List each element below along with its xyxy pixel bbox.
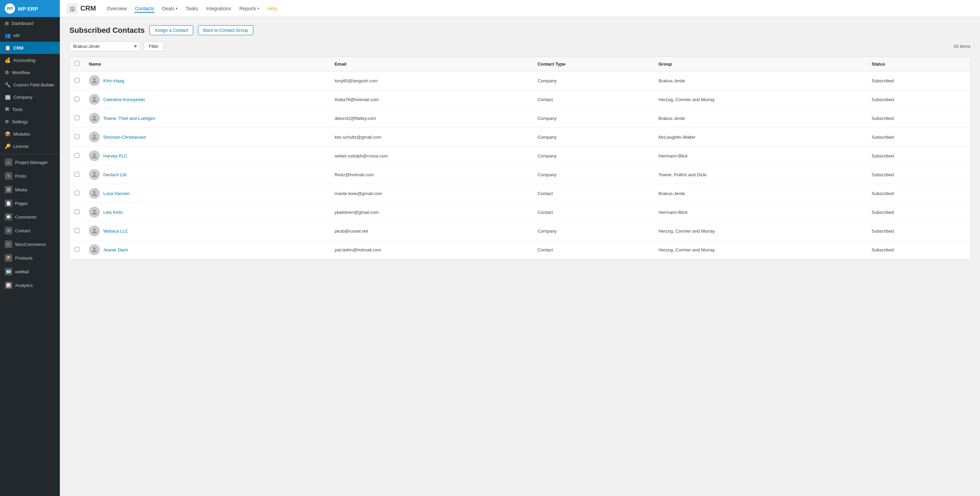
topbar: 🏢 CRM OverviewContactsDeals ▾TasksIntegr… [60, 0, 980, 17]
topnav-integrations[interactable]: Integrations [205, 5, 232, 13]
sidebar-plugin-label: Products [15, 255, 32, 261]
select-all-checkbox[interactable] [75, 61, 80, 66]
row-checkbox-cell [70, 222, 84, 241]
svg-point-4 [93, 154, 95, 156]
sidebar-item-label: HR [13, 33, 20, 38]
project-manager-icon: ◇ [5, 158, 12, 166]
sidebar-plugin-woocommerce[interactable]: 🛒WooCommerce [0, 238, 60, 251]
sidebar-plugin-nav: ◇Project Manager✎Posts🖼Media📄Pages💬Comme… [0, 155, 60, 292]
sidebar-plugin-posts[interactable]: ✎Posts [0, 169, 60, 183]
svg-point-7 [93, 210, 95, 212]
sidebar-plugin-analytics[interactable]: 📊Analytics [0, 278, 60, 292]
svg-point-8 [93, 228, 95, 231]
sidebar-item-label: Tools [12, 107, 22, 112]
contact-name-link[interactable]: Watsica LLC [103, 228, 128, 234]
hr-icon: 👥 [5, 33, 11, 38]
contact-name-link[interactable]: Lela Kirlin [103, 210, 123, 215]
sidebar-item-license[interactable]: 🔑License [0, 140, 60, 152]
crm-icon: 📋 [5, 45, 11, 51]
filter-button[interactable]: Filter [144, 41, 164, 51]
contact-name-link[interactable]: Stroman-Christiansen [103, 135, 146, 140]
sidebar-item-crm[interactable]: 📋CRM [0, 42, 60, 54]
sidebar-plugin-pages[interactable]: 📄Pages [0, 196, 60, 210]
license-icon: 🔑 [5, 143, 11, 149]
row-contact-type: Contact [533, 203, 654, 222]
sidebar-item-accounting[interactable]: 💰Accounting [0, 54, 60, 66]
contact-name-link[interactable]: Celestine Konopelski [103, 97, 145, 102]
row-checkbox[interactable] [75, 172, 80, 177]
sidebar: WP WP ERP ⊞Dashboard👥HR📋CRM💰Accounting⚙W… [0, 0, 60, 496]
row-checkbox[interactable] [75, 191, 80, 195]
row-checkbox-cell [70, 90, 84, 109]
table-row: Jeanie Dach pat.larkin@hotmail.com Conta… [70, 241, 970, 259]
contact-name-link[interactable]: Gerlach Ltd [103, 172, 126, 177]
assign-contact-button[interactable]: Assign a Contact [150, 25, 193, 35]
back-to-group-button[interactable]: Back to Contact Group [198, 25, 253, 35]
table-row: Kihn-Haag tony85@langosh.com Company Bra… [70, 71, 970, 90]
contact-avatar [89, 75, 100, 86]
row-status: Subscribed [867, 241, 970, 259]
sidebar-item-custom-field-builder[interactable]: 🔧Custom Field Builder [0, 79, 60, 91]
dropdown-arrow: ▾ [258, 6, 259, 10]
sidebar-item-modules[interactable]: 📦Modules [0, 128, 60, 140]
row-group: McLaughlin-Walter [654, 128, 867, 147]
table-row: Luna Hansen mante.lexie@gmail.com Contac… [70, 184, 970, 203]
sidebar-plugin-comments[interactable]: 💬Comments [0, 210, 60, 224]
row-checkbox[interactable] [75, 247, 80, 252]
row-contact-type: Company [533, 147, 654, 165]
content-area: Subscribed Contacts Assign a Contact Bac… [60, 17, 980, 496]
topnav-overview[interactable]: Overview [107, 5, 127, 13]
modules-icon: 📦 [5, 131, 11, 137]
svg-point-2 [93, 116, 95, 118]
row-checkbox[interactable] [75, 153, 80, 158]
row-name-cell: Luna Hansen [84, 184, 330, 203]
sidebar-plugin-label: Pages [15, 201, 28, 206]
contact-name-link[interactable]: Jeanie Dach [103, 247, 128, 252]
contact-name-link[interactable]: Towne, Thiel and Luettgen [103, 116, 155, 121]
sidebar-item-company[interactable]: 🏢Company [0, 91, 60, 103]
sidebar-item-tools[interactable]: 🛠Tools [0, 103, 60, 116]
row-checkbox[interactable] [75, 209, 80, 214]
table-row: Towne, Thiel and Luettgen deion42@flatle… [70, 109, 970, 128]
th-contact-type: Contact Type [533, 57, 654, 71]
sidebar-plugin-products[interactable]: 📦Products [0, 251, 60, 265]
group-filter-select[interactable]: Brakus-Jerde Herzog, Cormier and Murray … [69, 41, 140, 51]
sidebar-item-workflow[interactable]: ⚙Workflow [0, 66, 60, 79]
row-email: deion42@flatley.com [330, 109, 533, 128]
sidebar-plugin-contact[interactable]: ✉Contact [0, 224, 60, 238]
sidebar-plugin-wemail[interactable]: 📧weMail [0, 265, 60, 278]
topnav-deals[interactable]: Deals ▾ [161, 5, 178, 13]
contact-name-link[interactable]: Harvey PLC [103, 154, 127, 158]
row-email: pat.larkin@hotmail.com [330, 241, 533, 259]
row-checkbox[interactable] [75, 116, 80, 120]
contact-name-link[interactable]: Kihn-Haag [103, 78, 124, 83]
comments-icon: 💬 [5, 213, 12, 221]
row-status: Subscribed [867, 222, 970, 241]
sidebar-brand[interactable]: WP WP ERP [0, 0, 60, 17]
svg-point-9 [93, 247, 95, 250]
settings-icon: ⚙ [5, 119, 9, 124]
row-checkbox[interactable] [75, 97, 80, 101]
row-contact-type: Company [533, 109, 654, 128]
row-contact-type: Company [533, 165, 654, 184]
topnav-help[interactable]: Help [267, 5, 278, 13]
sidebar-plugin-media[interactable]: 🖼Media [0, 183, 60, 196]
topnav-contacts[interactable]: Contacts [134, 5, 154, 13]
sidebar-plugin-project-manager[interactable]: ◇Project Manager [0, 155, 60, 169]
contact-name-link[interactable]: Luna Hansen [103, 191, 130, 196]
topnav-reports[interactable]: Reports ▾ [239, 5, 260, 13]
row-contact-type: Contact [533, 184, 654, 203]
topnav-tasks[interactable]: Tasks [185, 5, 199, 13]
sidebar-item-dashboard[interactable]: ⊞Dashboard [0, 17, 60, 29]
th-name: Name [84, 57, 330, 71]
row-checkbox[interactable] [75, 78, 80, 83]
row-checkbox[interactable] [75, 228, 80, 233]
sidebar-plugin-label: Comments [15, 214, 37, 220]
row-name-cell: Kihn-Haag [84, 71, 330, 90]
contact-avatar [89, 244, 100, 255]
row-checkbox[interactable] [75, 134, 80, 139]
sidebar-item-hr[interactable]: 👥HR [0, 29, 60, 42]
row-checkbox-cell [70, 109, 84, 128]
sidebar-plugin-label: weMail [15, 269, 29, 274]
sidebar-item-settings[interactable]: ⚙Settings [0, 116, 60, 128]
